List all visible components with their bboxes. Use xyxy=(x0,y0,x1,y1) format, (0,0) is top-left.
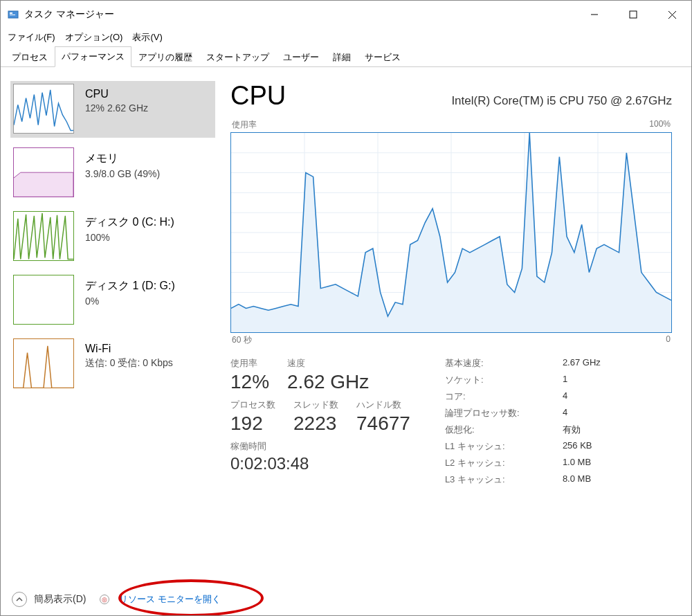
fewer-details-button[interactable]: 簡易表示(D) xyxy=(34,593,86,606)
sidebar-disk0-sub: 100% xyxy=(85,232,174,243)
resmon-icon: ◎ xyxy=(100,595,109,604)
sidebar-cpu-sub: 12% 2.62 GHz xyxy=(85,102,148,114)
l3-label: L3 キャッシュ: xyxy=(445,473,563,486)
window-title: タスク マネージャー xyxy=(24,8,575,21)
base-speed-label: 基本速度: xyxy=(445,357,563,370)
fewer-details-icon[interactable] xyxy=(12,592,27,607)
l2-value: 1.0 MB xyxy=(563,457,591,469)
sidebar-mem-sub: 3.9/8.0 GB (49%) xyxy=(85,168,160,179)
sidebar-item-memory[interactable]: メモリ 3.9/8.0 GB (49%) xyxy=(10,145,215,201)
l1-value: 256 KB xyxy=(563,440,592,453)
cpu-model: Intel(R) Core(TM) i5 CPU 750 @ 2.67GHz xyxy=(451,94,672,108)
lproc-value: 4 xyxy=(563,407,567,419)
virt-value: 有効 xyxy=(563,424,581,436)
open-resource-monitor-link[interactable]: リソース モニターを開く xyxy=(119,593,221,606)
sidebar-disk1-sub: 0% xyxy=(85,296,175,307)
menu-file[interactable]: ファイル(F) xyxy=(8,31,55,44)
tab-users[interactable]: ユーザー xyxy=(276,47,326,67)
virt-label: 仮想化: xyxy=(445,424,563,436)
threads-value: 2223 xyxy=(293,413,338,435)
handles-label: ハンドル数 xyxy=(356,399,410,411)
sidebar-mem-title: メモリ xyxy=(85,152,160,166)
detail-panel: CPU Intel(R) Core(TM) i5 CPU 750 @ 2.67G… xyxy=(222,67,691,583)
sidebar-disk0-title: ディスク 0 (C: H:) xyxy=(85,215,174,230)
speed-label: 速度 xyxy=(287,357,369,370)
sidebar-cpu-title: CPU xyxy=(85,88,148,100)
chart-label-br: 0 xyxy=(666,334,671,346)
util-label: 使用率 xyxy=(230,357,269,370)
tab-services[interactable]: サービス xyxy=(358,47,408,67)
uptime-label: 稼働時間 xyxy=(230,440,410,453)
base-speed-value: 2.67 GHz xyxy=(563,357,601,370)
detail-heading: CPU xyxy=(230,81,286,111)
chart-label-bl: 60 秒 xyxy=(232,334,252,346)
disk0-thumb-icon xyxy=(13,211,74,261)
chart-label-tl: 使用率 xyxy=(232,119,257,131)
cpu-thumb-icon xyxy=(13,84,74,134)
sidebar-item-disk1[interactable]: ディスク 1 (D: G:) 0% xyxy=(10,272,215,329)
l3-value: 8.0 MB xyxy=(563,473,591,486)
lproc-label: 論理プロセッサ数: xyxy=(445,407,563,419)
footer-bar: 簡易表示(D) ◎ リソース モニターを開く xyxy=(1,583,691,615)
performance-sidebar: CPU 12% 2.62 GHz メモリ 3.9/8.0 GB (49%) ディ… xyxy=(1,67,222,583)
menu-bar: ファイル(F) オプション(O) 表示(V) xyxy=(1,28,691,46)
l2-label: L2 キャッシュ: xyxy=(445,457,563,469)
svg-rect-2 xyxy=(10,15,15,15)
chart-label-tr: 100% xyxy=(649,119,671,131)
sockets-value: 1 xyxy=(563,374,567,386)
sidebar-wifi-title: Wi-Fi xyxy=(85,343,173,355)
tab-app-history[interactable]: アプリの履歴 xyxy=(131,47,199,67)
menu-options[interactable]: オプション(O) xyxy=(65,31,123,44)
svg-rect-4 xyxy=(630,11,637,18)
sidebar-disk1-title: ディスク 1 (D: G:) xyxy=(85,279,175,293)
minimize-button[interactable] xyxy=(575,1,614,28)
cpu-chart xyxy=(230,132,672,333)
tab-details[interactable]: 詳細 xyxy=(326,47,358,67)
l1-label: L1 キャッシュ: xyxy=(445,440,563,453)
disk1-thumb-icon xyxy=(13,275,74,325)
right-stats: 基本速度:2.67 GHz ソケット:1 コア:4 論理プロセッサ数:4 仮想化… xyxy=(445,357,601,490)
sockets-label: ソケット: xyxy=(445,374,563,386)
memory-thumb-icon xyxy=(13,147,74,197)
sidebar-item-cpu[interactable]: CPU 12% 2.62 GHz xyxy=(10,81,215,138)
sidebar-item-wifi[interactable]: Wi-Fi 送信: 0 受信: 0 Kbps xyxy=(10,336,215,392)
handles-value: 74677 xyxy=(356,413,410,435)
sidebar-item-disk0[interactable]: ディスク 0 (C: H:) 100% xyxy=(10,208,215,265)
menu-view[interactable]: 表示(V) xyxy=(132,31,162,44)
procs-value: 192 xyxy=(230,413,275,435)
threads-label: スレッド数 xyxy=(293,399,338,411)
close-button[interactable] xyxy=(653,1,691,28)
cores-label: コア: xyxy=(445,390,563,403)
left-stats: 使用率12% 速度2.62 GHz プロセス数192 スレッド数2223 ハンド… xyxy=(230,357,410,490)
maximize-button[interactable] xyxy=(614,1,653,28)
sidebar-wifi-sub: 送信: 0 受信: 0 Kbps xyxy=(85,357,173,370)
titlebar: タスク マネージャー xyxy=(1,1,691,28)
speed-value: 2.62 GHz xyxy=(287,371,369,393)
content-area: CPU 12% 2.62 GHz メモリ 3.9/8.0 GB (49%) ディ… xyxy=(1,67,691,583)
svg-rect-1 xyxy=(10,12,12,14)
tab-startup[interactable]: スタートアップ xyxy=(199,47,276,67)
cores-value: 4 xyxy=(563,390,567,403)
app-icon xyxy=(8,9,19,20)
tab-strip: プロセス パフォーマンス アプリの履歴 スタートアップ ユーザー 詳細 サービス xyxy=(1,46,691,67)
tab-processes[interactable]: プロセス xyxy=(5,47,55,67)
util-value: 12% xyxy=(230,371,269,393)
procs-label: プロセス数 xyxy=(230,399,275,411)
uptime-value: 0:02:03:48 xyxy=(230,454,410,473)
tab-performance[interactable]: パフォーマンス xyxy=(55,46,131,67)
wifi-thumb-icon xyxy=(13,338,74,388)
